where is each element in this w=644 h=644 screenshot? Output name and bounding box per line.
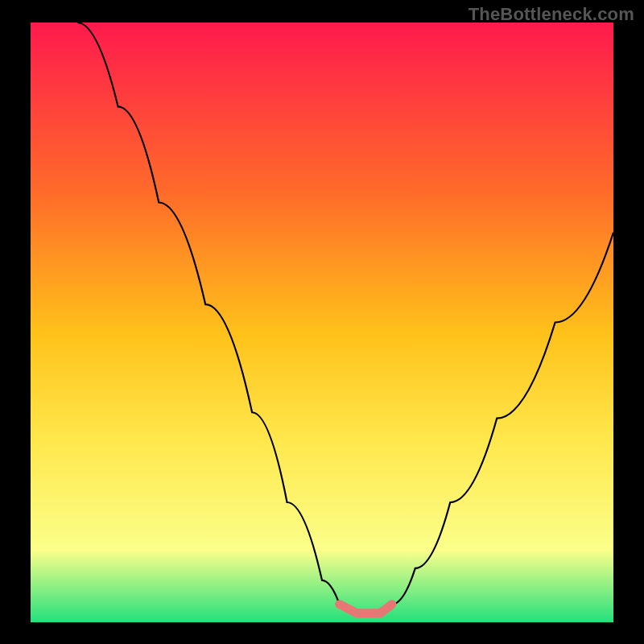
chart-container: TheBottleneck.com <box>0 0 644 644</box>
plot-area <box>31 23 613 622</box>
chart-svg <box>0 0 644 644</box>
watermark-text: TheBottleneck.com <box>469 4 634 25</box>
